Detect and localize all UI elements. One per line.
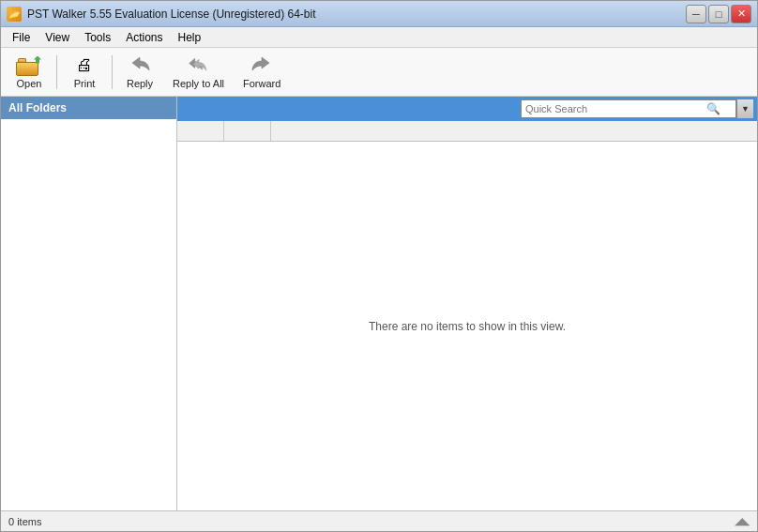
status-text: 0 items (8, 516, 41, 527)
app-icon: 📂 (7, 7, 22, 22)
search-submit-button[interactable]: 🔍 (705, 100, 721, 117)
left-panel: All Folders (1, 97, 177, 510)
menu-actions[interactable]: Actions (118, 27, 170, 47)
forward-button[interactable]: Forward (235, 52, 289, 93)
menu-tools[interactable]: Tools (77, 27, 118, 47)
search-input[interactable] (522, 100, 705, 117)
search-dropdown-button[interactable]: ▼ (736, 99, 753, 118)
reply-icon (129, 55, 151, 76)
col-header-2[interactable] (224, 121, 271, 141)
forward-label: Forward (243, 78, 280, 89)
toolbar: Open 🖨 Print Reply (1, 48, 757, 97)
content-area: There are no items to show in this view. (177, 142, 757, 510)
menu-help[interactable]: Help (171, 27, 209, 47)
toolbar-separator-1 (56, 55, 57, 89)
open-button[interactable]: Open (7, 52, 52, 93)
folder-body (16, 62, 38, 76)
col-header-1[interactable] (177, 121, 224, 141)
window-title: PST Walker 5.55 Evaluation License (Unre… (27, 8, 315, 21)
reply-all-label: Reply to All (173, 78, 224, 89)
menu-view[interactable]: View (38, 27, 77, 47)
open-label: Open (17, 78, 42, 89)
print-icon: 🖨 (73, 55, 96, 76)
open-folder-icon (16, 55, 42, 76)
title-bar-left: 📂 PST Walker 5.55 Evaluation License (Un… (7, 7, 315, 22)
resize-grip-icon: ◢◣ (735, 515, 750, 527)
reply-label: Reply (127, 78, 153, 89)
main-window: 📂 PST Walker 5.55 Evaluation License (Un… (0, 0, 758, 532)
status-bar: 0 items ◢◣ (1, 510, 757, 531)
folder-tree[interactable] (1, 119, 176, 510)
empty-message: There are no items to show in this view. (369, 320, 566, 333)
minimize-button[interactable]: ─ (686, 5, 706, 23)
forward-icon (250, 55, 273, 76)
search-bar: 🔍 ▼ (177, 97, 757, 121)
print-label: Print (74, 78, 96, 89)
search-wrapper: 🔍 (521, 99, 736, 118)
menu-file[interactable]: File (5, 27, 38, 47)
right-panel: 🔍 ▼ There are no items to show in this v… (177, 97, 757, 510)
all-folders-header: All Folders (1, 97, 176, 119)
maximize-button[interactable]: □ (708, 5, 729, 23)
close-button[interactable]: ✕ (731, 5, 751, 23)
title-controls: ─ □ ✕ (686, 5, 751, 23)
reply-all-icon (188, 55, 210, 76)
toolbar-separator-2 (112, 55, 113, 89)
menu-bar: File View Tools Actions Help (1, 27, 757, 48)
title-bar: 📂 PST Walker 5.55 Evaluation License (Un… (1, 1, 757, 27)
print-button[interactable]: 🖨 Print (62, 52, 107, 93)
reply-button[interactable]: Reply (117, 52, 162, 93)
main-content: All Folders 🔍 ▼ There are no items to sh… (1, 97, 757, 510)
column-headers (177, 121, 757, 142)
reply-all-button[interactable]: Reply to All (164, 52, 233, 93)
